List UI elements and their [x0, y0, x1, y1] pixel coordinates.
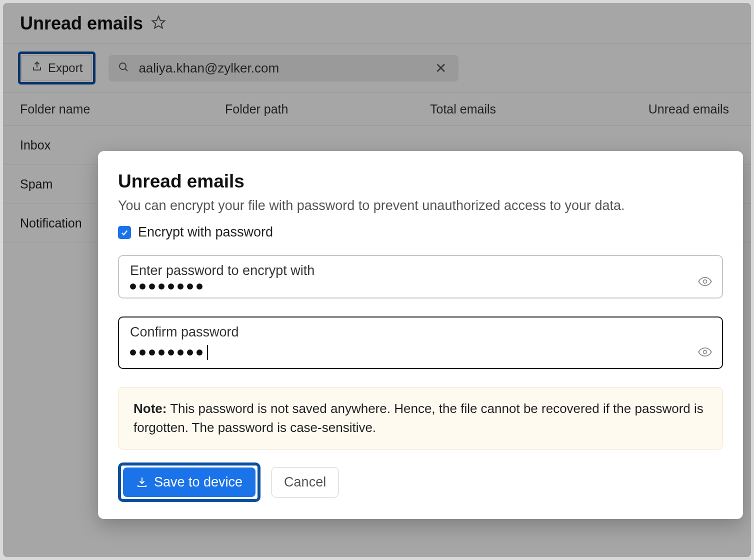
show-password-icon[interactable]	[698, 276, 712, 288]
encrypt-checkbox-label: Encrypt with password	[138, 224, 273, 240]
modal-title: Unread emails	[118, 171, 723, 192]
svg-point-3	[704, 280, 707, 284]
password-value	[130, 284, 711, 290]
cancel-button[interactable]: Cancel	[272, 467, 338, 498]
text-cursor	[207, 345, 208, 360]
note-box: Note: This password is not saved anywher…	[118, 387, 723, 450]
svg-point-4	[704, 350, 707, 354]
password-field[interactable]: Enter password to encrypt with	[118, 255, 723, 298]
encrypt-checkbox-row[interactable]: Encrypt with password	[118, 224, 723, 240]
export-modal: Unread emails You can encrypt your file …	[98, 151, 743, 519]
save-highlight: Save to device	[118, 462, 260, 502]
note-text: This password is not saved anywhere. Hen…	[134, 401, 704, 435]
show-confirm-password-icon[interactable]	[698, 347, 712, 359]
modal-subtitle: You can encrypt your file with password …	[118, 198, 723, 214]
confirm-password-label: Confirm password	[130, 324, 711, 340]
save-to-device-button[interactable]: Save to device	[123, 468, 256, 497]
confirm-password-field[interactable]: Confirm password	[118, 316, 723, 369]
modal-actions: Save to device Cancel	[118, 462, 723, 502]
save-label: Save to device	[154, 474, 242, 490]
encrypt-checkbox[interactable]	[118, 226, 131, 239]
note-prefix: Note:	[134, 401, 166, 416]
password-label: Enter password to encrypt with	[130, 263, 711, 278]
confirm-password-value	[130, 345, 711, 360]
